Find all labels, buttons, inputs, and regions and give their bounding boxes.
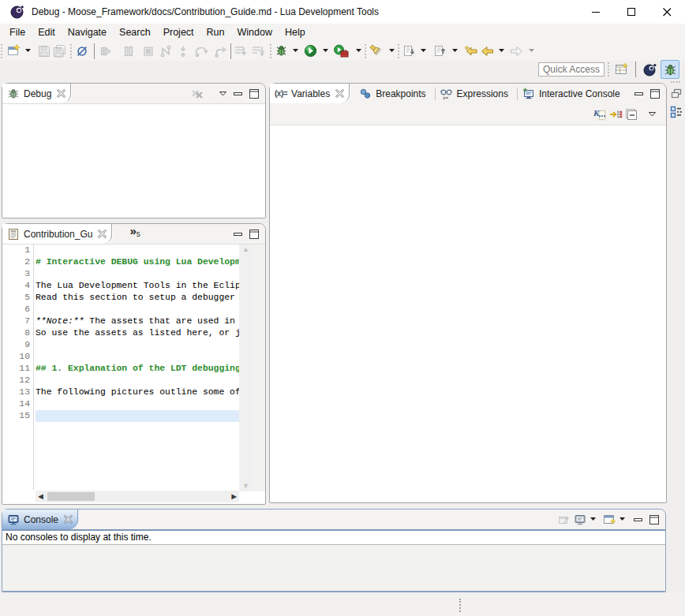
menu-run[interactable]: Run <box>200 24 231 40</box>
trim-drag-handle[interactable] <box>671 81 680 84</box>
code-line[interactable]: So use the assets as listed here, or j <box>36 327 265 339</box>
tab-breakpoints[interactable]: Breakpoints <box>354 84 434 103</box>
scroll-up-icon[interactable]: ▲ <box>239 246 253 253</box>
display-selected-console-dropdown[interactable] <box>588 512 598 528</box>
debug-maximize-button[interactable] <box>246 86 262 102</box>
open-console-dropdown[interactable] <box>617 512 627 528</box>
code-line[interactable]: **Note:** The assets that are used in th <box>36 315 265 327</box>
code-line[interactable] <box>36 304 265 315</box>
code-line[interactable] <box>36 268 265 280</box>
console-content[interactable]: No consoles to display at this time. <box>2 529 665 591</box>
editor-tab-close-icon[interactable] <box>98 230 107 238</box>
search-button[interactable] <box>369 43 384 60</box>
editor-line-number-ruler: 123456789101112131415 <box>2 245 34 490</box>
debug-minimize-button[interactable] <box>230 86 246 102</box>
menu-edit[interactable]: Edit <box>32 24 62 40</box>
external-tools-dropdown[interactable] <box>354 43 363 60</box>
run-dropdown[interactable] <box>320 43 330 60</box>
menu-search[interactable]: Search <box>113 24 157 40</box>
editor-vertical-scrollbar[interactable]: ▲ ▼ <box>239 245 253 491</box>
quick-access-input[interactable] <box>538 62 605 77</box>
console-tab-close-icon[interactable] <box>64 515 73 524</box>
menu-window[interactable]: Window <box>231 24 279 40</box>
remove-all-terminated-button <box>189 86 205 102</box>
variables-tab-close-icon[interactable] <box>335 89 344 98</box>
back-button[interactable] <box>480 43 494 60</box>
debug-tab-close-icon[interactable] <box>57 89 66 98</box>
menu-project[interactable]: Project <box>157 24 200 40</box>
editor-minimize-button[interactable] <box>230 226 246 242</box>
debug-view-menu-button[interactable] <box>215 86 230 102</box>
code-line[interactable]: # Interactive DEBUG using Lua Developm <box>36 256 265 268</box>
editor-horizontal-scrollbar[interactable]: ◀ ▶ <box>36 491 239 502</box>
scroll-down-icon[interactable]: ▼ <box>239 483 253 490</box>
right-stack-maximize-button[interactable] <box>647 86 663 102</box>
search-dropdown[interactable] <box>387 43 396 60</box>
display-selected-console-button[interactable] <box>572 512 588 528</box>
code-line[interactable] <box>36 375 265 386</box>
menu-navigate[interactable]: Navigate <box>62 24 113 40</box>
right-stack-minimize-button[interactable] <box>631 86 647 102</box>
tab-debug[interactable]: Debug <box>2 84 71 103</box>
show-type-names-button[interactable]: K <box>592 106 608 122</box>
editor-maximize-button[interactable] <box>246 226 262 242</box>
status-trim-handle[interactable] <box>459 599 462 612</box>
code-line[interactable]: The Lua Development Tools in the Eclip <box>36 280 265 292</box>
tab-console[interactable]: Console <box>2 510 78 529</box>
console-maximize-button[interactable] <box>646 512 662 528</box>
restore-outline-icon <box>670 88 683 100</box>
next-annotation-dropdown[interactable] <box>418 43 428 60</box>
maximize-button[interactable] <box>614 0 649 24</box>
close-button[interactable] <box>649 0 685 24</box>
code-line[interactable] <box>36 398 265 410</box>
debug-view-content[interactable] <box>2 103 265 218</box>
hscroll-thumb[interactable] <box>47 492 95 501</box>
console-minimize-button[interactable] <box>631 512 646 528</box>
menu-help[interactable]: Help <box>279 24 312 40</box>
toolbar-drag-handle[interactable] <box>1 44 5 58</box>
run-button[interactable] <box>304 43 317 60</box>
variables-view-menu-button[interactable] <box>644 106 660 122</box>
new-wizard-button[interactable] <box>7 43 21 60</box>
tab-variables[interactable]: (x)= Variables <box>270 84 350 103</box>
skip-all-breakpoints-button[interactable] <box>76 43 88 60</box>
previous-annotation-icon <box>433 45 447 58</box>
next-annotation-button[interactable] <box>402 43 416 60</box>
minimize-button[interactable] <box>578 0 614 24</box>
forward-button <box>510 43 524 60</box>
restore-outline-button[interactable] <box>668 86 684 102</box>
forward-dropdown[interactable] <box>526 43 536 60</box>
outline-view-button[interactable] <box>668 103 684 119</box>
open-console-button[interactable] <box>601 512 617 528</box>
previous-annotation-dropdown[interactable] <box>450 43 459 60</box>
debug-button[interactable] <box>275 43 288 60</box>
code-line[interactable]: The following pictures outline some of <box>36 386 265 398</box>
tab-interactive-console[interactable]: Interactive Console <box>518 84 629 103</box>
debug-dropdown[interactable] <box>290 43 300 60</box>
code-line[interactable]: ## 1. Explanation of the LDT debugging <box>36 363 265 375</box>
editor-content[interactable]: 123456789101112131415 # Interactive DEBU… <box>2 244 265 504</box>
perspective-ldt-button[interactable] <box>640 60 659 79</box>
code-line[interactable] <box>36 410 265 422</box>
open-perspective-button[interactable] <box>612 60 631 79</box>
tab-expressions[interactable]: x= Expressions <box>436 84 517 103</box>
back-dropdown[interactable] <box>496 43 506 60</box>
external-tools-button[interactable] <box>333 43 349 60</box>
scroll-right-icon[interactable]: ▶ <box>229 493 239 500</box>
code-line[interactable] <box>36 245 265 256</box>
collapse-all-button[interactable] <box>623 106 639 122</box>
code-line[interactable] <box>36 351 265 363</box>
hidden-editors-chevron[interactable]: »5 <box>112 224 143 244</box>
menu-file[interactable]: File <box>3 24 32 40</box>
previous-annotation-button[interactable] <box>433 43 447 60</box>
code-line[interactable]: Read this section to setup a debugger <box>36 292 265 304</box>
tab-contribution-guide[interactable]: Contribution_Gu <box>2 224 112 244</box>
show-logical-structures-button[interactable] <box>608 106 623 122</box>
code-line[interactable] <box>36 339 265 351</box>
variables-content[interactable] <box>270 125 666 502</box>
perspective-debug-button[interactable] <box>661 60 679 79</box>
step-over-button <box>194 43 208 60</box>
last-edit-location-button[interactable] <box>464 43 478 60</box>
new-wizard-dropdown[interactable] <box>23 43 32 60</box>
scroll-left-icon[interactable]: ◀ <box>36 493 46 500</box>
